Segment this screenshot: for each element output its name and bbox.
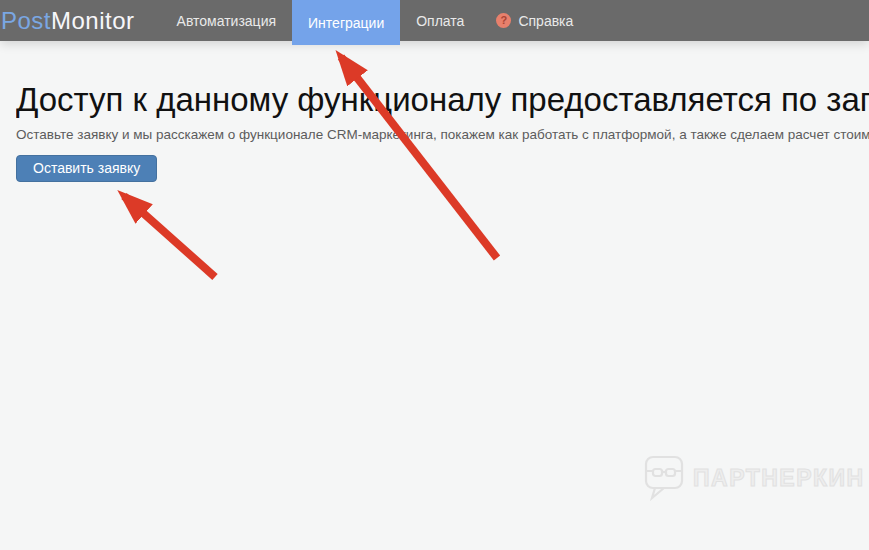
tab-help-label: Справка xyxy=(518,13,573,29)
tab-help[interactable]: ? Справка xyxy=(480,0,589,41)
postmonitor-logo[interactable]: PostMonitor xyxy=(1,0,135,41)
tab-integrations[interactable]: Интеграции xyxy=(292,0,400,45)
tab-automation-label: Автоматизация xyxy=(177,13,276,29)
watermark: ПАРТНЕРКИН xyxy=(644,455,865,501)
main-content: Доступ к данному функционалу предоставля… xyxy=(0,79,869,182)
tab-integrations-label: Интеграции xyxy=(308,15,384,31)
speech-bubble-glasses-icon xyxy=(644,455,684,501)
top-navbar: PostMonitor Автоматизация Интеграции Опл… xyxy=(0,0,869,41)
logo-text-primary: Post xyxy=(1,7,51,35)
watermark-text: ПАРТНЕРКИН xyxy=(693,465,865,492)
page-title: Доступ к данному функционалу предоставля… xyxy=(16,79,869,120)
tab-automation[interactable]: Автоматизация xyxy=(161,0,292,41)
tab-payment-label: Оплата xyxy=(416,13,464,29)
nav-menu: Автоматизация Интеграции Оплата ? Справк… xyxy=(161,0,590,41)
page-description: Оставьте заявку и мы расскажем о функцио… xyxy=(16,127,869,142)
red-arrow-to-cta-button xyxy=(124,196,215,277)
leave-request-button[interactable]: Оставить заявку xyxy=(16,155,157,182)
question-circle-icon: ? xyxy=(496,13,511,28)
tab-payment[interactable]: Оплата xyxy=(400,0,480,41)
logo-text-secondary: Monitor xyxy=(51,7,135,35)
